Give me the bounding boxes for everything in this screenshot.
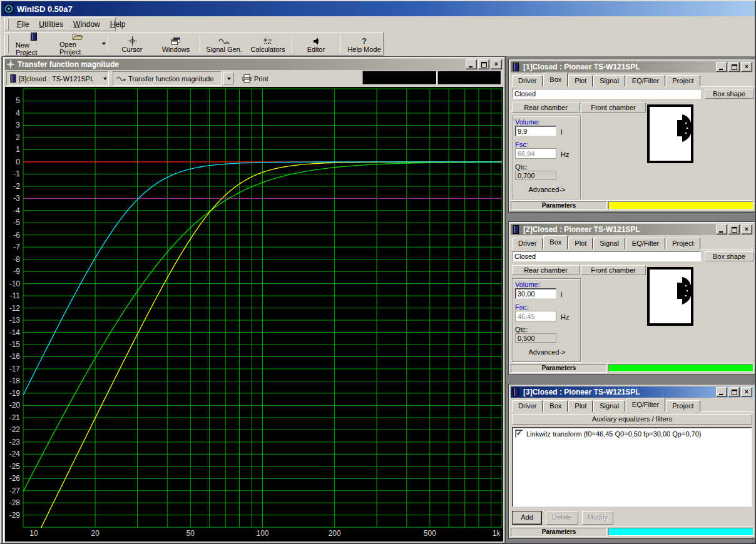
filter-listbox[interactable]: ✓ Linkwitz transform (f0=46,45 Q0=0,50 f… (512, 427, 752, 507)
svg-text:-22: -22 (9, 425, 21, 434)
cursor-icon (128, 35, 137, 46)
tab-plot[interactable]: Plot (568, 400, 593, 412)
status-bar: Parameters (511, 363, 753, 373)
calculators-label: Calculators (250, 46, 285, 53)
toolbar-separator (340, 35, 340, 53)
svg-text:-15: -15 (9, 340, 21, 349)
rear-chamber-button[interactable]: Rear chamber (512, 103, 580, 113)
editor-label: Editor (307, 46, 325, 53)
menu-gripper[interactable] (8, 19, 9, 30)
plot-window-titlebar[interactable]: Transfer function magnitude × (5, 59, 503, 70)
close-icon[interactable]: × (741, 62, 752, 72)
svg-text:-2: -2 (13, 182, 20, 191)
svg-text:-6: -6 (13, 231, 20, 239)
cursor-button[interactable]: Cursor (110, 33, 154, 54)
tab-box[interactable]: Box (543, 235, 568, 249)
tab-signal[interactable]: Signal (593, 75, 625, 87)
chevron-down-icon (102, 43, 106, 45)
volume-unit: l (561, 291, 562, 298)
toolbar-gripper[interactable] (8, 34, 9, 54)
tab-driver[interactable]: Driver (512, 75, 543, 87)
close-icon[interactable]: × (741, 224, 752, 234)
maximize-button[interactable] (728, 62, 740, 72)
window-titlebar[interactable]: [3]Closed : Pioneer TS-W121SPL × (511, 386, 753, 398)
signal-gen-button[interactable]: Signal Gen. (202, 33, 246, 54)
maximize-button[interactable] (478, 59, 489, 69)
tab-eq-filter[interactable]: EQ/Filter (626, 238, 665, 249)
open-project-dropdown[interactable] (100, 43, 106, 45)
graph-type-selector[interactable]: Transfer function magnitude (113, 71, 222, 86)
status-progress-bar (608, 528, 753, 536)
svg-text:1k: 1k (493, 529, 501, 538)
close-icon[interactable]: × (741, 387, 752, 397)
open-project-button[interactable]: Open Project (56, 33, 100, 54)
tab-eq-filter[interactable]: EQ/Filter (626, 398, 665, 412)
graph-type-dropdown[interactable] (223, 73, 234, 84)
status-bar: Parameters (511, 200, 753, 210)
filter-checkbox[interactable]: ✓ (515, 430, 523, 438)
menu-file[interactable]: File (12, 19, 34, 30)
add-button[interactable]: Add (512, 511, 542, 525)
svg-text:-23: -23 (9, 438, 21, 446)
tab-box[interactable]: Box (543, 400, 568, 412)
window-titlebar[interactable]: [1]Closed : Pioneer TS-W121SPL × (511, 61, 753, 73)
cursor-label: Cursor (121, 46, 142, 53)
maximize-button[interactable] (728, 387, 740, 397)
status-progress-bar (608, 364, 753, 372)
volume-unit: l (561, 128, 562, 136)
advanced-button[interactable]: Advanced-> (522, 348, 572, 356)
chevron-down-icon (103, 78, 107, 80)
new-project-button[interactable]: New Project (12, 33, 56, 54)
close-icon[interactable]: × (491, 59, 502, 69)
menu-window[interactable]: Window (68, 19, 105, 30)
open-project-label: Open Project (59, 41, 96, 56)
minimize-button[interactable] (716, 62, 727, 72)
front-chamber-button[interactable]: Front chamber (581, 265, 646, 275)
rear-chamber-button[interactable]: Rear chamber (512, 265, 580, 275)
editor-button[interactable]: Editor (294, 33, 338, 54)
svg-text:5: 5 (16, 96, 20, 105)
box-shape-button[interactable]: Box shape (705, 89, 753, 99)
status-label: Parameters (511, 528, 607, 536)
tab-eq-filter[interactable]: EQ/Filter (626, 75, 665, 87)
volume-input[interactable] (515, 126, 556, 136)
project-window-3: [3]Closed : Pioneer TS-W121SPL × Driver … (508, 384, 756, 539)
window-title: [3]Closed : Pioneer TS-W121SPL (523, 388, 715, 396)
maximize-button[interactable] (728, 224, 740, 234)
box-shape-button[interactable]: Box shape (705, 251, 753, 261)
minimize-button[interactable] (466, 59, 477, 69)
calculators-button[interactable]: Calculators (246, 33, 290, 54)
tab-box[interactable]: Box (543, 73, 568, 87)
help-mode-button[interactable]: ? Help Mode (342, 33, 386, 54)
filter-list-item[interactable]: ✓ Linkwitz transform (f0=46,45 Q0=0,50 f… (513, 428, 752, 440)
minimize-button[interactable] (716, 224, 727, 234)
windows-button[interactable]: Windows (154, 33, 198, 54)
svg-text:-5: -5 (13, 218, 20, 227)
advanced-button[interactable]: Advanced-> (522, 186, 572, 193)
minimize-button[interactable] (716, 387, 727, 397)
project-icon (512, 388, 521, 396)
window-titlebar[interactable]: [2]Closed : Pioneer TS-W121SPL × (511, 224, 753, 235)
tab-driver[interactable]: Driver (512, 238, 543, 249)
tab-plot[interactable]: Plot (568, 75, 593, 87)
print-button[interactable]: Print (239, 72, 272, 85)
tab-signal[interactable]: Signal (593, 238, 625, 249)
tab-plot[interactable]: Plot (568, 238, 593, 249)
front-chamber-button[interactable]: Front chamber (581, 103, 646, 113)
svg-text:-28: -28 (9, 498, 21, 507)
svg-text:-9: -9 (13, 267, 20, 276)
tab-project[interactable]: Project (666, 75, 700, 87)
tab-signal[interactable]: Signal (593, 400, 625, 412)
svg-text:-19: -19 (9, 389, 21, 398)
menu-utilities[interactable]: Utilities (34, 19, 68, 30)
volume-input[interactable] (515, 288, 556, 299)
tab-project[interactable]: Project (666, 238, 700, 249)
calculators-icon (263, 35, 273, 46)
status-bar: Parameters (511, 526, 753, 536)
project-selector[interactable]: [3]closed : TS-W121SPL (6, 71, 109, 86)
menu-help[interactable]: Help (105, 19, 131, 30)
tab-project[interactable]: Project (666, 400, 700, 412)
app-titlebar[interactable]: WinISD 0.50a7 (1, 1, 755, 16)
print-label: Print (254, 75, 268, 83)
tab-driver[interactable]: Driver (512, 400, 543, 412)
